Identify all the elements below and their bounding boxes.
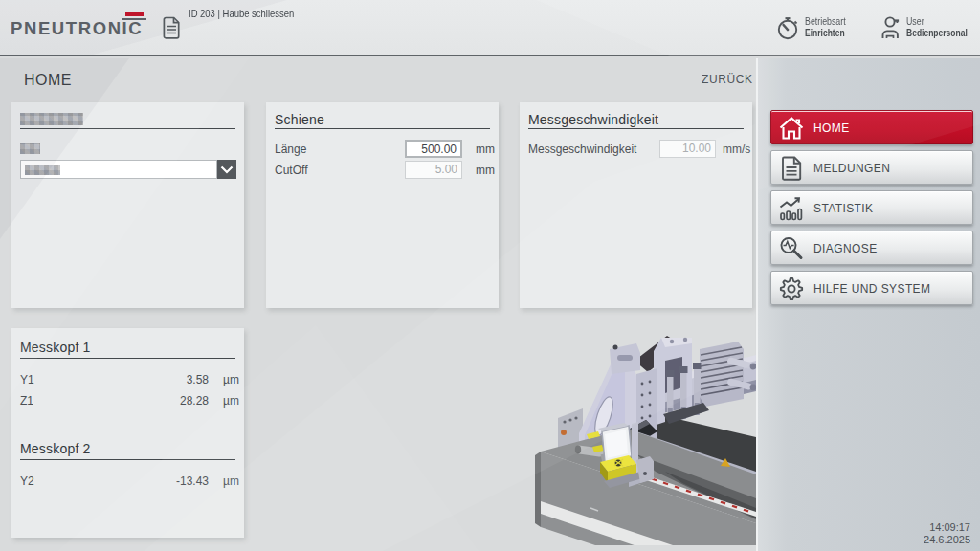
sidebar-item-label: STATISTIK (813, 202, 874, 215)
redacted-field-label (20, 143, 40, 154)
brand-logo: PNEUTRONIC (11, 19, 143, 37)
user-info: User Bedienpersonal (906, 15, 980, 39)
cutoff-label: CutOff (275, 164, 307, 177)
sidebar-item-label: MELDUNGEN (813, 162, 890, 175)
redacted-dropdown-value (25, 165, 60, 175)
operating-mode-label: Betriebsart (805, 15, 850, 27)
messgeschwindigkeit-panel: Messgeschwindigkeit Messgeschwindigkeit … (520, 102, 752, 308)
operating-mode: Betriebsart Einrichten (805, 15, 858, 39)
sidebar-item-label: HILFE UND SYSTEM (813, 282, 930, 296)
messgeschwindigkeit-input: 10.00 (659, 140, 716, 158)
laenge-label: Länge (275, 143, 306, 156)
statistics-icon (778, 195, 805, 222)
panel-rule (20, 459, 235, 460)
status-message: ID 203 | Haube schliessen (189, 8, 294, 19)
sidebar-item-label: DIAGNOSE (813, 242, 878, 255)
panel-rule (20, 128, 235, 129)
y2-unit: µm (223, 474, 239, 488)
messkopf-panel: Messkopf 1 Y1 3.58 µm Z1 28.28 µm Messko… (11, 328, 244, 538)
page-title: HOME (24, 72, 72, 89)
messkopf1-title: Messkopf 1 (20, 340, 91, 355)
user-icon (880, 14, 904, 45)
schiene-panel: Schiene Länge 500.00 mm CutOff 5.00 mm (266, 102, 499, 308)
dropdown-field[interactable] (20, 160, 217, 179)
z1-value: 28.28 (113, 394, 209, 408)
sidebar-item-statistik[interactable]: STATISTIK (770, 190, 973, 225)
back-button[interactable]: ZURÜCK (702, 73, 753, 86)
cutoff-input: 5.00 (405, 161, 462, 179)
home-icon (778, 115, 805, 142)
logo-overline (122, 18, 146, 20)
y1-label: Y1 (20, 373, 34, 386)
messgeschwindigkeit-unit: mm/s (723, 143, 750, 156)
user-label: User (906, 15, 975, 27)
cutoff-unit: mm (476, 164, 495, 177)
sidebar-item-home[interactable]: HOME (770, 110, 973, 144)
laenge-input[interactable]: 500.00 (405, 140, 462, 158)
messages-icon (778, 155, 805, 182)
machine-illustration (522, 320, 756, 545)
clock: 14:09:17 24.6.2025 (924, 521, 970, 546)
chevron-down-icon (220, 165, 234, 174)
y1-unit: µm (223, 373, 239, 386)
gear-icon (778, 276, 805, 302)
operating-mode-value: Einrichten (805, 27, 845, 39)
selection-dropdown[interactable] (20, 160, 236, 179)
z1-label: Z1 (20, 394, 33, 408)
y2-value: -13.43 (113, 474, 209, 488)
laenge-unit: mm (476, 143, 495, 156)
panel-rule (275, 128, 490, 129)
sidebar-item-hilfe[interactable]: HILFE UND SYSTEM (770, 271, 973, 305)
sidebar-item-meldungen[interactable]: MELDUNGEN (770, 150, 973, 185)
document-icon (163, 16, 181, 43)
panel-title: Messgeschwindigkeit (528, 112, 658, 127)
sidebar-item-diagnose[interactable]: DIAGNOSE (770, 231, 973, 265)
sidebar: HOME MELDUNGEN STATISTIK (756, 58, 980, 551)
sidebar-item-label: HOME (813, 121, 850, 135)
messkopf2-title: Messkopf 2 (20, 441, 91, 456)
y1-value: 3.58 (113, 373, 209, 386)
panel-title: Schiene (275, 112, 324, 127)
y2-label: Y2 (20, 474, 34, 488)
diagnose-icon (778, 235, 805, 262)
panel-rule (528, 128, 744, 129)
messgeschwindigkeit-label: Messgeschwindigkeit (528, 143, 636, 156)
time: 14:09:17 (924, 521, 970, 534)
z1-unit: µm (223, 394, 239, 408)
panel-rule (20, 358, 235, 359)
selection-panel (11, 102, 244, 308)
top-bar: PNEUTRONIC ID 203 | Haube schliessen Bet… (0, 0, 980, 56)
user-value: Bedienpersonal (906, 27, 968, 39)
redacted-panel-title (20, 113, 83, 125)
date: 24.6.2025 (924, 534, 970, 546)
dropdown-button[interactable] (217, 160, 236, 179)
logo-red-bar (125, 12, 144, 16)
operating-mode-icon (775, 14, 800, 45)
